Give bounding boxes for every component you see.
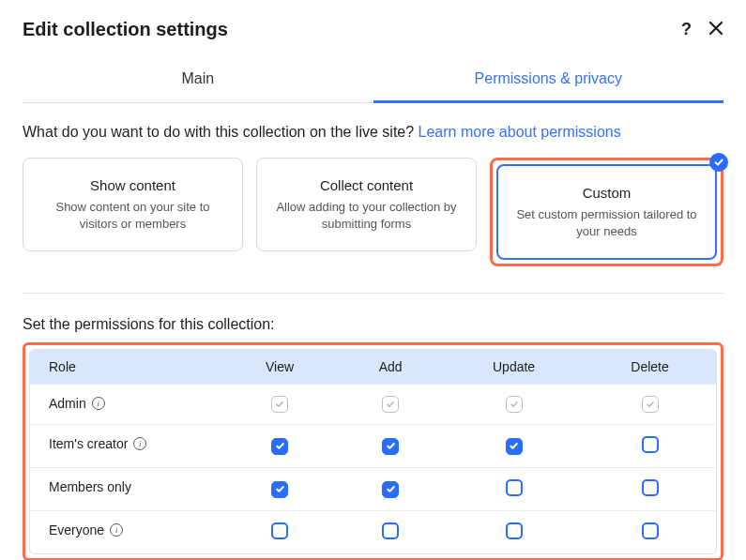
table-row: Item's creatori (30, 424, 716, 467)
checkbox-unchecked[interactable] (271, 522, 288, 539)
card-desc: Allow adding to your collection by submi… (270, 199, 463, 232)
cell-role: Item's creatori (30, 424, 222, 462)
tab-main[interactable]: Main (23, 57, 373, 102)
checkbox-checked[interactable] (382, 481, 399, 498)
checkbox-unchecked[interactable] (506, 522, 523, 539)
card-desc: Set custom permission tailored to your n… (511, 206, 702, 239)
table-header-row: Role View Add Update Delete (30, 350, 716, 384)
card-custom-wrap: Custom Set custom permission tailored to… (490, 158, 723, 266)
dialog-header: Edit collection settings ? (23, 19, 723, 40)
checkbox-checked[interactable] (271, 438, 288, 455)
permissions-table: Role View Add Update Delete AdminiItem's… (29, 349, 717, 554)
permissions-section: What do you want to do with this collect… (23, 103, 723, 560)
close-icon[interactable] (708, 21, 723, 39)
tabs: Main Permissions & privacy (23, 57, 723, 103)
cell-view (222, 384, 338, 424)
card-show-content-wrap: Show content Show content on your site t… (23, 158, 243, 266)
card-collect-content[interactable]: Collect content Allow adding to your col… (256, 158, 477, 251)
cell-update (444, 467, 584, 510)
cell-view (222, 510, 338, 553)
permissions-subtitle: Set the permissions for this collection: (23, 316, 723, 333)
cell-update (444, 510, 584, 553)
cell-update (444, 384, 584, 424)
role-label: Everyone (49, 522, 104, 537)
card-title: Custom (511, 185, 702, 201)
checkbox-locked (271, 396, 288, 413)
table-row: Members only (30, 467, 716, 510)
card-title: Collect content (270, 177, 463, 193)
checkbox-locked (382, 396, 399, 413)
checkbox-unchecked[interactable] (382, 522, 399, 539)
cell-delete (584, 510, 716, 553)
cell-update (444, 424, 584, 467)
cell-role: Everyonei (30, 510, 222, 549)
help-icon[interactable]: ? (681, 20, 692, 39)
col-add: Add (337, 350, 444, 384)
info-icon[interactable]: i (92, 397, 105, 410)
cell-add (337, 424, 444, 467)
card-desc: Show content on your site to visitors or… (37, 199, 229, 232)
permissions-table-highlight: Role View Add Update Delete AdminiItem's… (23, 342, 723, 560)
selected-check-icon (709, 153, 728, 172)
role-label: Admin (49, 396, 86, 411)
cell-delete (584, 424, 716, 467)
cell-delete (584, 467, 716, 510)
cell-role: Admini (30, 384, 222, 422)
card-collect-content-wrap: Collect content Allow adding to your col… (256, 158, 477, 266)
tab-permissions[interactable]: Permissions & privacy (373, 57, 724, 103)
prompt-text: What do you want to do with this collect… (23, 124, 723, 141)
col-role: Role (30, 350, 222, 384)
cell-add (337, 467, 444, 510)
prompt-question: What do you want to do with this collect… (23, 124, 419, 140)
cell-add (337, 384, 444, 424)
col-update: Update (444, 350, 584, 384)
card-custom[interactable]: Custom Set custom permission tailored to… (496, 164, 717, 260)
info-icon[interactable]: i (133, 437, 146, 450)
checkbox-locked (506, 396, 523, 413)
checkbox-unchecked[interactable] (642, 436, 659, 453)
table-row: Admini (30, 384, 716, 424)
role-label: Members only (49, 479, 131, 494)
card-title: Show content (37, 177, 229, 193)
info-icon[interactable]: i (110, 523, 123, 537)
col-view: View (222, 350, 338, 384)
checkbox-unchecked[interactable] (642, 479, 659, 496)
dialog-title: Edit collection settings (23, 19, 228, 40)
table-row: Everyonei (30, 510, 716, 553)
cell-view (222, 424, 338, 467)
cell-view (222, 467, 338, 510)
cell-add (337, 510, 444, 553)
edit-collection-dialog: Edit collection settings ? Main Permissi… (0, 0, 746, 560)
header-actions: ? (681, 20, 723, 39)
permission-mode-cards: Show content Show content on your site t… (23, 158, 723, 294)
checkbox-unchecked[interactable] (506, 479, 523, 496)
cell-role: Members only (30, 467, 222, 506)
role-label: Item's creator (49, 436, 128, 451)
cell-delete (584, 384, 716, 424)
checkbox-checked[interactable] (271, 481, 288, 498)
col-delete: Delete (584, 350, 716, 384)
checkbox-checked[interactable] (382, 438, 399, 455)
learn-more-link[interactable]: Learn more about permissions (419, 124, 621, 140)
checkbox-checked[interactable] (506, 438, 523, 455)
checkbox-locked (642, 396, 659, 413)
card-show-content[interactable]: Show content Show content on your site t… (23, 158, 243, 251)
checkbox-unchecked[interactable] (642, 522, 659, 539)
